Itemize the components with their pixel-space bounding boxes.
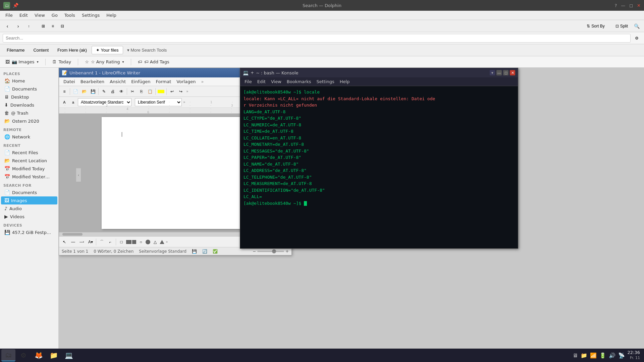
lo-edit-btn[interactable]: ✎	[100, 87, 108, 96]
tab-more-tools[interactable]: ▾ More Search Tools	[124, 46, 170, 54]
sidebar-item-desktop[interactable]: 🖥 Desktop	[1, 93, 57, 101]
lo-draw-curve[interactable]: ⌒	[98, 238, 106, 246]
taskbar-app-files[interactable]: 📁	[47, 349, 61, 361]
konsole-content[interactable]: [ak@elitebook8540w ~]$ localelocale: Kan…	[240, 86, 518, 248]
restore-icon[interactable]: ◻	[629, 3, 633, 8]
sidebar-item-home[interactable]: 🏠 Home	[1, 77, 57, 85]
menu-edit[interactable]: Edit	[17, 12, 31, 19]
lo-menu-vorlagen[interactable]: Vorlagen	[174, 78, 198, 85]
konsole-menu-edit[interactable]: Edit	[255, 78, 268, 85]
tab-from-here[interactable]: From Here (ak)	[53, 46, 91, 54]
lo-zoom-plus[interactable]: +	[285, 249, 289, 254]
sidebar-item-recent-location[interactable]: 📂 Recent Location	[1, 157, 57, 165]
lo-paste-btn[interactable]: 📋	[146, 87, 154, 96]
lo-menu-bearbeiten[interactable]: Bearbeiten	[78, 78, 107, 85]
pin-icon[interactable]: 📌	[13, 3, 18, 8]
lo-draw-connector[interactable]: ⌐	[106, 238, 114, 246]
sidebar-item-documents[interactable]: 📄 Documents	[1, 85, 57, 93]
lo-draw-circle-fill[interactable]	[146, 240, 150, 244]
lo-fold-button[interactable]: ‹	[76, 168, 81, 182]
lo-menu-more[interactable]: »	[200, 78, 206, 85]
konsole-minimize-button[interactable]: —	[496, 70, 502, 75]
sidebar-item-drive[interactable]: 💾 457,2 GiB Festp…	[1, 228, 57, 236]
taskbar-app-settings[interactable]: ⚙	[16, 349, 31, 361]
menu-help[interactable]: Help	[104, 12, 119, 19]
lo-scrollbar-h-thumb[interactable]	[62, 233, 83, 236]
lo-zoom-thumb[interactable]	[272, 249, 276, 253]
lo-styles-btn[interactable]: ≡	[60, 87, 68, 96]
tab-your-files[interactable]: ✦ Your files	[92, 46, 123, 54]
lo-tb-more[interactable]: »	[186, 89, 189, 94]
back-button[interactable]: ‹	[3, 21, 12, 31]
taskbar-app-filemanager[interactable]: 🗂	[1, 349, 15, 361]
lo-draw-line[interactable]: —	[69, 238, 77, 246]
up-button[interactable]: ↑	[24, 21, 34, 31]
konsole-close-button[interactable]: ✕	[510, 70, 515, 75]
lo-draw-rect-outline[interactable]: □	[117, 238, 125, 246]
lo-menu-einfuegen[interactable]: Einfügen	[129, 78, 153, 85]
sidebar-item-search-docs[interactable]: 📄 Documents	[1, 188, 57, 196]
lo-draw-circle-outline[interactable]: ○	[137, 238, 145, 246]
lo-draw-line-arrow[interactable]: —›	[78, 238, 86, 246]
filter-today[interactable]: 🗓 Today	[50, 59, 74, 65]
lo-draw-triangle[interactable]: △	[151, 238, 159, 246]
filter-rating[interactable]: ☆ ☆ Any Rating ▾	[82, 59, 126, 65]
sidebar-item-search-audio[interactable]: ♪ Audio	[1, 204, 57, 213]
lo-draw-square-fill[interactable]	[132, 240, 136, 244]
sidebar-item-network[interactable]: 🌐 Network	[1, 133, 57, 141]
tab-content[interactable]: Content	[29, 46, 53, 54]
lo-redo-btn[interactable]: ↪	[177, 87, 185, 96]
konsole-menu-view[interactable]: View	[269, 78, 284, 85]
konsole-maximize-button[interactable]: ◻	[503, 70, 508, 75]
konsole-menu-file[interactable]: File	[242, 78, 254, 85]
sidebar-item-recent-files[interactable]: 📄 Recent Files	[1, 148, 57, 157]
konsole-menu-settings[interactable]: Settings	[314, 78, 336, 85]
lo-menu-datei[interactable]: Datei	[61, 78, 77, 85]
lo-copy-btn[interactable]: ⎘	[137, 87, 145, 96]
search-toggle[interactable]: 🔍	[632, 21, 641, 31]
lo-menu-format[interactable]: Format	[154, 78, 174, 85]
menu-view[interactable]: View	[32, 12, 48, 19]
taskbar-app-terminal[interactable]: 💻	[62, 349, 76, 361]
sidebar-item-downloads[interactable]: ⬇ Downloads	[1, 101, 57, 109]
menu-go[interactable]: Go	[49, 12, 60, 19]
sidebar-item-ostern[interactable]: 📂 Ostern 2020	[1, 117, 57, 125]
search-config-button[interactable]: ⚙	[632, 34, 641, 43]
lo-draw-more[interactable]: »	[166, 240, 168, 244]
close-icon[interactable]: ✕	[637, 3, 641, 8]
help-icon[interactable]: ?	[614, 3, 617, 8]
lo-draw-arrow[interactable]: ↖	[60, 238, 68, 246]
lo-save-btn[interactable]: 💾	[89, 87, 97, 96]
konsole-new-tab-icon[interactable]: +	[251, 70, 254, 75]
split-button[interactable]: ⊡ Split	[613, 23, 631, 29]
sidebar-item-modified-yesterday[interactable]: 📅 Modified Yester…	[1, 173, 57, 181]
filter-add-tags[interactable]: 🏷 🏷 Add Tags	[135, 59, 172, 65]
lo-cut-btn[interactable]: ✂	[128, 87, 137, 96]
sidebar-item-search-videos[interactable]: ▶ Videos	[1, 213, 57, 221]
sort-by-button[interactable]: ⇅ Sort By	[584, 23, 607, 29]
konsole-menu-help[interactable]: Help	[337, 78, 352, 85]
filter-images[interactable]: 🖼 📷 Images ▾	[3, 59, 41, 65]
minimize-icon[interactable]: —	[621, 3, 625, 8]
sidebar-item-trash[interactable]: 🗑 @ Trash	[1, 109, 57, 117]
taskbar-app-firefox[interactable]: 🦊	[32, 349, 46, 361]
view-icon-grid[interactable]: ⊞	[39, 23, 48, 29]
lo-highlight-btn[interactable]	[158, 90, 164, 93]
lo-undo-btn[interactable]: ↩	[168, 87, 176, 96]
sidebar-item-search-images[interactable]: 🖼 Images	[1, 196, 57, 204]
menu-settings[interactable]: Settings	[79, 12, 102, 19]
view-icon-compact[interactable]: ⊟	[58, 23, 67, 29]
search-input[interactable]	[3, 34, 631, 43]
view-icon-details[interactable]: ≡	[49, 23, 57, 29]
konsole-dropdown-btn[interactable]: ▾	[490, 70, 495, 75]
lo-print-btn[interactable]: 🖨	[109, 87, 117, 96]
lo-new-btn[interactable]: 📄	[71, 87, 79, 96]
lo-draw-rect-fill[interactable]	[126, 240, 131, 244]
lo-open-btn[interactable]: 📂	[80, 87, 88, 96]
lo-menu-ansicht[interactable]: Ansicht	[107, 78, 128, 85]
menu-tools[interactable]: Tools	[62, 12, 78, 19]
sidebar-item-modified-today[interactable]: 📅 Modified Today	[1, 165, 57, 173]
lo-draw-triangle-fill[interactable]	[160, 240, 164, 244]
tab-filename[interactable]: Filename	[3, 46, 29, 54]
lo-draw-color[interactable]: A▾	[87, 238, 95, 246]
